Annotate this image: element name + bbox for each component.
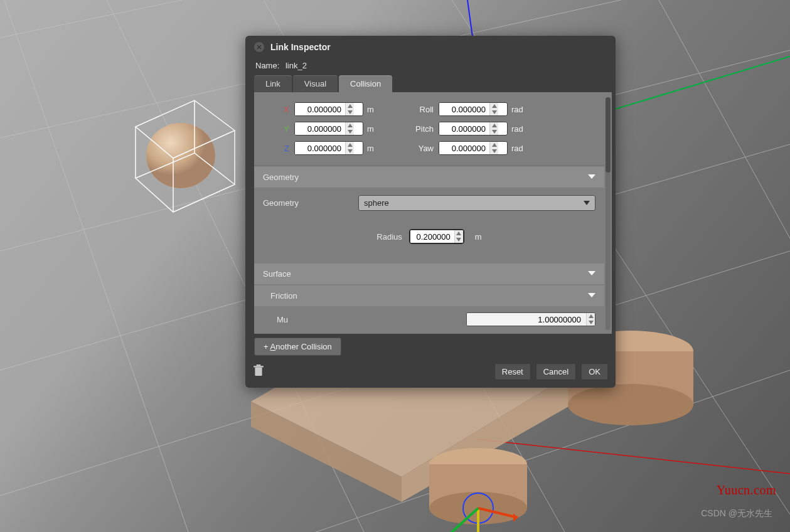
svg-marker-52 [456, 231, 461, 235]
y-unit: m [363, 124, 376, 134]
svg-line-0 [0, 0, 790, 38]
svg-line-12 [602, 56, 790, 113]
svg-marker-55 [588, 293, 595, 297]
ok-button[interactable]: OK [581, 363, 608, 380]
svg-marker-41 [492, 110, 497, 114]
mu-input[interactable] [466, 312, 595, 326]
pitch-input[interactable] [439, 122, 508, 136]
svg-rect-58 [255, 367, 262, 376]
roll-input[interactable] [439, 102, 508, 116]
name-label: Name: [255, 61, 279, 70]
svg-marker-54 [588, 271, 595, 275]
cancel-button[interactable]: Cancel [536, 363, 576, 380]
tab-link[interactable]: Link [254, 75, 292, 92]
svg-line-10 [659, 0, 790, 238]
tabs: Link Visual Collision [245, 75, 616, 92]
geometry-section-header[interactable]: Geometry [254, 167, 604, 188]
radius-unit: m [471, 232, 482, 242]
z-label: Z [269, 144, 294, 153]
surface-section-header[interactable]: Surface [254, 263, 604, 284]
x-unit: m [363, 105, 376, 114]
svg-marker-56 [589, 314, 594, 318]
svg-marker-46 [348, 143, 353, 147]
svg-marker-51 [584, 201, 590, 205]
chevron-down-icon [584, 198, 590, 208]
svg-marker-45 [492, 130, 497, 134]
collision-panel: X m Roll rad Y m Pitch rad Z m Yaw rad [254, 92, 612, 334]
svg-marker-53 [456, 238, 461, 242]
svg-rect-59 [254, 366, 264, 367]
svg-rect-60 [257, 364, 261, 366]
svg-marker-49 [492, 149, 497, 153]
chevron-down-icon [588, 173, 595, 182]
friction-section-label: Friction [270, 291, 297, 301]
svg-marker-39 [348, 110, 353, 114]
svg-marker-44 [492, 124, 497, 127]
svg-marker-48 [492, 143, 497, 147]
svg-marker-43 [348, 130, 353, 134]
watermark-yuucn: Yuucn.com [717, 483, 776, 497]
z-input[interactable] [294, 141, 363, 155]
yaw-label: Yaw [376, 144, 439, 153]
geometry-selected: sphere [364, 198, 389, 208]
x-input[interactable] [294, 102, 363, 116]
add-another-collision-button[interactable]: + Another Collision [254, 338, 341, 356]
svg-marker-40 [492, 104, 497, 108]
friction-section-header[interactable]: Friction [254, 285, 604, 306]
trash-icon[interactable] [253, 364, 264, 379]
svg-marker-50 [588, 174, 595, 179]
roll-label: Roll [376, 105, 439, 114]
yaw-unit: rad [508, 144, 526, 153]
mu-label: Mu [277, 315, 288, 324]
dialog-title: Link Inspector [270, 42, 331, 52]
close-icon[interactable] [254, 42, 264, 52]
yaw-input[interactable] [439, 141, 508, 155]
geometry-select[interactable]: sphere [358, 195, 595, 211]
scrollbar-thumb[interactable] [606, 97, 611, 173]
geometry-label: Geometry [263, 198, 351, 208]
watermark-csdn: CSDN @无水先生 [701, 508, 772, 519]
scrollbar[interactable] [606, 97, 611, 330]
x-label: X [269, 105, 294, 114]
chevron-down-icon [588, 291, 595, 301]
reset-button[interactable]: Reset [494, 363, 531, 380]
geometry-section-label: Geometry [263, 173, 299, 182]
chevron-down-icon [588, 269, 595, 279]
name-value: link_2 [286, 61, 307, 70]
svg-marker-38 [348, 104, 353, 108]
tab-collision[interactable]: Collision [339, 75, 392, 92]
svg-marker-47 [348, 149, 353, 153]
tab-visual[interactable]: Visual [293, 75, 338, 92]
radius-input[interactable] [410, 230, 464, 243]
radius-label: Radius [376, 232, 402, 242]
pitch-unit: rad [508, 124, 526, 134]
svg-marker-57 [589, 321, 594, 324]
surface-section-label: Surface [263, 269, 291, 279]
svg-point-27 [568, 384, 693, 425]
name-row: Name: link_2 [245, 57, 616, 75]
y-input[interactable] [294, 122, 363, 136]
z-unit: m [363, 144, 376, 153]
link-inspector-dialog: Link Inspector Name: link_2 Link Visual … [245, 36, 616, 388]
roll-unit: rad [508, 105, 526, 114]
svg-marker-42 [348, 124, 353, 127]
svg-point-15 [146, 123, 215, 188]
y-label: Y [269, 124, 294, 134]
pitch-label: Pitch [376, 124, 439, 134]
svg-line-6 [0, 0, 188, 532]
